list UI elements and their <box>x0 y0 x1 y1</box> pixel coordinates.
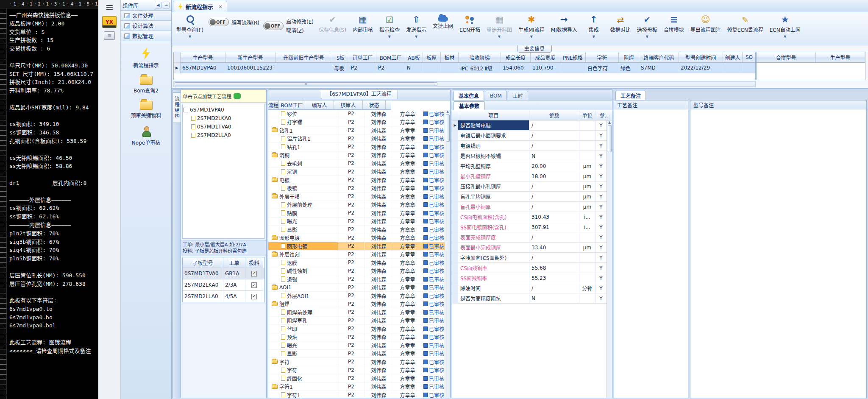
process-row[interactable]: 外层前处理P2刘伟森方章章已审核 <box>268 201 445 209</box>
chevron-down-icon[interactable]: ▼ <box>388 35 391 39</box>
process-row[interactable]: 显影P2刘伟森方章章已审核 <box>268 350 445 358</box>
process-row[interactable]: 碱性蚀刻P2刘伟森方章章已审核 <box>268 267 445 276</box>
column-header[interactable]: 子板型号 <box>183 257 223 268</box>
toolbar-button[interactable]: 编写流程(R) <box>231 19 259 26</box>
param-row[interactable]: 盲孔最小铜厚/μmY <box>452 202 606 212</box>
cell[interactable] <box>743 63 756 73</box>
column-header[interactable]: 订单工厂 <box>349 52 376 63</box>
table-row[interactable]: 2S7MD2LKA02/3A✓ <box>183 279 264 290</box>
tree-root[interactable]: −6S7MD1VPA0 <box>184 106 264 114</box>
param-value[interactable]: 20.00 <box>529 161 579 171</box>
process-row[interactable]: 曝光P2刘伟森方章章已审核 <box>268 218 445 226</box>
column-header[interactable]: 板材 <box>441 52 459 63</box>
cell[interactable] <box>275 63 332 73</box>
menu-icon[interactable]: ≡ <box>105 2 114 13</box>
param-row[interactable]: 字唛颜向(CS面朝外)/Y <box>452 253 606 263</box>
column-header[interactable]: 编写人 <box>305 100 334 110</box>
column-header[interactable]: BOM工厂 <box>376 52 405 63</box>
process-row[interactable]: 钻孔1P2刘伟森方章章已审核 <box>268 143 445 151</box>
column-header[interactable]: 核审人 <box>334 100 363 110</box>
param-row[interactable]: 表面最小完成铜厚33.40μmY <box>452 243 606 253</box>
cell[interactable]: S7MD <box>639 63 679 73</box>
column-header[interactable]: 型号创建时间 <box>679 52 723 63</box>
tab-basic-params[interactable]: 基本参数 <box>453 101 485 110</box>
column-header[interactable]: S板 <box>332 52 349 63</box>
process-row[interactable]: 电镀P2刘伟森方章章已审核 <box>268 176 445 184</box>
param-value[interactable]: 33.40 <box>529 243 579 252</box>
param-value[interactable]: N <box>529 293 579 303</box>
process-row[interactable]: 沉铜P2刘伟森方章章已审核 <box>268 168 445 176</box>
tool-Bom查询2[interactable]: Bom查询2 <box>121 76 171 94</box>
param-row[interactable]: 电镀后最小面铜要求/Y <box>452 131 606 141</box>
cell[interactable]: 6S7MD1VPA0 <box>181 63 225 73</box>
cell[interactable] <box>560 63 586 73</box>
param-value[interactable]: / <box>529 232 579 242</box>
cell[interactable]: IPC-6012 Ⅱ级 <box>459 63 501 73</box>
process-row[interactable]: 外层蚀刻P2刘伟森方章章已审核 <box>268 251 445 259</box>
process-row[interactable]: 铝片钻孔1P2刘伟森方章章已审核 <box>268 135 445 143</box>
column-header[interactable]: 新生产型号 <box>225 52 275 63</box>
column-header[interactable]: 字符 <box>586 52 619 63</box>
process-notes-editor[interactable] <box>614 109 688 398</box>
model-table-row[interactable]: ▶6S7MD1VPA010010600115223母板P2P2NIPC-6012… <box>174 63 755 73</box>
process-row[interactable]: 外层干膜P2刘伟森方章章已审核 <box>268 193 445 201</box>
process-row[interactable]: 预烘P2刘伟森方章章已审核 <box>268 333 445 342</box>
tab-基本信息[interactable]: 基本信息 <box>453 91 484 100</box>
column-header[interactable]: 参数 <box>529 110 579 120</box>
param-row[interactable]: 压接孔最小孔铜厚/μmY <box>452 181 606 192</box>
cell[interactable]: 2022/12/29 <box>679 63 723 73</box>
close-icon[interactable]: × <box>218 4 223 10</box>
column-header[interactable]: 生产型号 <box>181 52 225 63</box>
chevron-down-icon[interactable]: ▼ <box>593 35 595 39</box>
param-value[interactable]: / <box>529 253 579 262</box>
column-header[interactable]: 状态 <box>363 100 386 110</box>
toolbar-button[interactable]: 数据对比 <box>609 14 632 33</box>
collapse-icon[interactable]: ◀ <box>155 2 161 8</box>
toolbar-button[interactable]: 发送指示▼ <box>405 14 428 39</box>
toolbar-button[interactable]: 导出流程图注 <box>689 14 722 33</box>
param-row[interactable]: SS面残铜率55.23Y <box>452 273 606 283</box>
column-header[interactable]: 升级前旧生产型号 <box>275 52 332 63</box>
cell[interactable]: 白色字符 <box>586 63 619 73</box>
cell[interactable]: P2 <box>376 63 405 73</box>
column-header[interactable]: 参.. <box>595 110 612 120</box>
toolbar-button[interactable]: 启动修改(E) <box>286 18 314 25</box>
toolbar-button[interactable]: 指示检查▼ <box>378 14 401 39</box>
process-row[interactable]: 退膜P2刘伟森方章章已审核 <box>268 259 445 267</box>
toolbar-button[interactable]: 取消(Z) <box>286 27 314 34</box>
process-row[interactable]: 打字镙P2刘伟森方章章已审核 <box>268 118 445 127</box>
cell[interactable]: N <box>405 63 423 73</box>
chevron-down-icon[interactable]: ▼ <box>189 35 191 39</box>
process-row[interactable]: 去毛刺P2刘伟森方章章已审核 <box>268 159 445 168</box>
param-row[interactable]: 是否只镀铜不镀锡NY <box>452 151 606 161</box>
tool-预审关键物料[interactable]: 预审关键物料 <box>121 101 171 119</box>
param-row[interactable]: 除油时间/分钟Y <box>452 283 606 293</box>
column-header[interactable]: PNL规格 <box>560 52 586 63</box>
column-header[interactable]: 成品宽度 <box>531 52 560 63</box>
process-row[interactable]: 阻焊塞孔P2刘伟森方章章已审核 <box>268 317 445 325</box>
expander-icon[interactable]: − <box>184 108 188 112</box>
column-header[interactable]: 项目 <box>458 110 529 120</box>
param-value[interactable]: 310.43 <box>529 212 579 222</box>
chevron-down-icon[interactable]: ▼ <box>646 35 648 39</box>
process-row[interactable]: 字符1P2刘伟森方章章已审核 <box>268 383 445 391</box>
table-row[interactable]: 2S7MD2LLA04/5A✓ <box>183 290 264 302</box>
tab-工时[interactable]: 工时 <box>508 91 528 100</box>
cell[interactable]: 绿色 <box>619 63 639 73</box>
sidebar-item-设计算法[interactable]: 设计算法 <box>121 21 171 31</box>
column-header[interactable]: SO <box>743 52 756 63</box>
scrollbar-thumb[interactable]: ≡ <box>175 82 437 86</box>
param-row[interactable]: 盲孔平均铜厚/μmY <box>452 192 606 202</box>
column-header[interactable]: 合拼型号 <box>757 52 816 63</box>
toolbar-button[interactable]: 生成MI流程▼ <box>517 14 546 39</box>
toolbar-button[interactable]: 文捷上网 <box>431 14 454 30</box>
process-row[interactable]: 图形电镀P2刘伟森方章章已审核 <box>268 242 445 251</box>
checkbox[interactable]: ✓ <box>251 294 257 299</box>
param-row[interactable]: 最小孔壁铜厚18.00μmY <box>452 171 606 181</box>
column-header[interactable]: 工单 <box>223 257 245 268</box>
toolbar-button[interactable]: MI数据导入 <box>550 14 579 33</box>
device-icon[interactable]: ▥ <box>104 31 115 40</box>
yx-logo-icon[interactable]: YX <box>102 16 117 28</box>
param-row[interactable]: SS面电镀面积(含孔)307.91i...Y <box>452 222 606 232</box>
column-header[interactable]: 成品长度 <box>501 52 531 63</box>
